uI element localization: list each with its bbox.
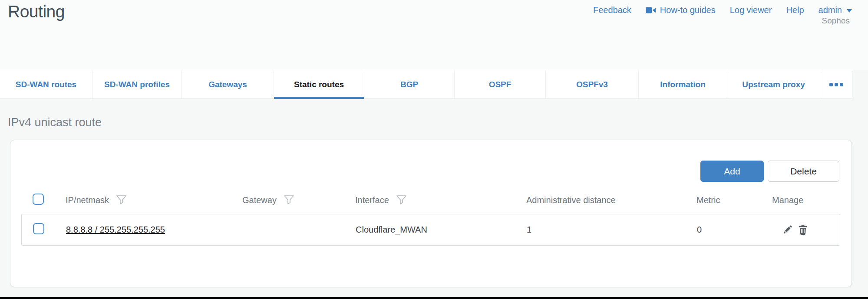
ellipsis-icon (829, 83, 833, 86)
tab-sdwan-profiles[interactable]: SD-WAN profiles (92, 70, 182, 99)
routing-tabbar: SD-WAN routes SD-WAN profiles Gateways S… (0, 70, 852, 99)
cell-admin-distance: 1 (527, 225, 697, 235)
select-all-checkbox[interactable] (33, 194, 44, 205)
table-header: IP/netmask Gateway Interface Administrat… (21, 189, 840, 211)
chevron-down-icon (847, 9, 852, 13)
tabs-more-button[interactable] (820, 70, 852, 99)
row-delete-button[interactable] (798, 224, 808, 235)
tab-label: Gateways (208, 80, 247, 89)
feedback-link-label: Feedback (593, 5, 631, 15)
column-label: Administrative distance (526, 195, 616, 205)
column-header-admin-distance: Administrative distance (526, 195, 696, 205)
static-routes-card: Add Delete IP/netmask Gateway Interface … (10, 140, 852, 287)
pencil-icon (782, 225, 792, 235)
header-checkbox-cell (21, 194, 66, 207)
tab-upstream-proxy[interactable]: Upstream proxy (727, 70, 820, 99)
header-band: Routing Feedback How-to guides Log viewe… (0, 0, 868, 70)
trash-icon (798, 224, 808, 235)
screen-bottom-edge (0, 297, 868, 299)
filter-icon[interactable] (116, 195, 127, 205)
delete-button[interactable]: Delete (768, 161, 839, 182)
column-header-gateway: Gateway (242, 195, 355, 205)
cell-interface: Cloudflare_MWAN (356, 225, 527, 235)
edit-button[interactable] (782, 225, 792, 235)
ip-netmask-link[interactable]: 8.8.8.8 / 255.255.255.255 (66, 225, 165, 234)
filter-icon[interactable] (396, 195, 407, 205)
tab-label: SD-WAN routes (16, 80, 76, 89)
video-camera-icon (646, 7, 656, 14)
row-checkbox-cell (22, 223, 66, 237)
tab-bgp[interactable]: BGP (364, 70, 454, 99)
log-viewer-link[interactable]: Log viewer (730, 5, 772, 15)
tab-label: Static routes (294, 80, 344, 89)
tab-label: Information (660, 80, 706, 89)
cell-manage (772, 224, 840, 235)
tab-label: OSPF (489, 80, 512, 89)
cell-ip-netmask: 8.8.8.8 / 255.255.255.255 (66, 225, 243, 235)
brand-label: Sophos (822, 16, 850, 26)
column-label: Metric (696, 195, 720, 205)
tab-ospf[interactable]: OSPF (454, 70, 545, 99)
admin-menu[interactable]: admin (818, 5, 852, 15)
tab-label: Upstream proxy (742, 80, 805, 89)
row-select-checkbox[interactable] (33, 223, 44, 234)
top-navigation: Feedback How-to guides Log viewer Help a… (593, 5, 852, 15)
column-label: Interface (355, 195, 389, 205)
column-header-manage: Manage (772, 195, 840, 205)
tab-gateways[interactable]: Gateways (182, 70, 274, 99)
log-viewer-link-label: Log viewer (730, 5, 772, 15)
column-header-ip-netmask: IP/netmask (66, 195, 242, 205)
column-label: IP/netmask (66, 195, 109, 205)
table-row: 8.8.8.8 / 255.255.255.255 Cloudflare_MWA… (21, 214, 840, 246)
filter-icon[interactable] (284, 195, 294, 205)
cell-metric: 0 (697, 225, 772, 235)
help-link-label: Help (786, 5, 804, 15)
tab-label: OSPFv3 (576, 80, 608, 89)
section-heading: IPv4 unicast route (8, 116, 102, 129)
add-button[interactable]: Add (700, 161, 764, 182)
tab-label: BGP (400, 80, 418, 89)
column-label: Manage (772, 195, 803, 205)
feedback-link[interactable]: Feedback (593, 5, 631, 15)
page-title: Routing (8, 2, 65, 21)
column-label: Gateway (242, 195, 277, 205)
tab-static-routes[interactable]: Static routes (274, 70, 364, 99)
howto-guides-link[interactable]: How-to guides (646, 5, 716, 15)
ellipsis-icon (835, 83, 838, 86)
column-header-interface: Interface (355, 195, 526, 205)
tab-information[interactable]: Information (638, 70, 727, 99)
admin-menu-label: admin (818, 5, 842, 15)
tab-sdwan-routes[interactable]: SD-WAN routes (0, 70, 92, 99)
ellipsis-icon (840, 83, 843, 86)
tab-ospfv3[interactable]: OSPFv3 (545, 70, 638, 99)
help-link[interactable]: Help (786, 5, 804, 15)
table-toolbar: Add Delete (700, 161, 839, 182)
howto-guides-link-label: How-to guides (660, 5, 716, 15)
tab-label: SD-WAN profiles (104, 80, 170, 89)
column-header-metric: Metric (696, 195, 772, 205)
